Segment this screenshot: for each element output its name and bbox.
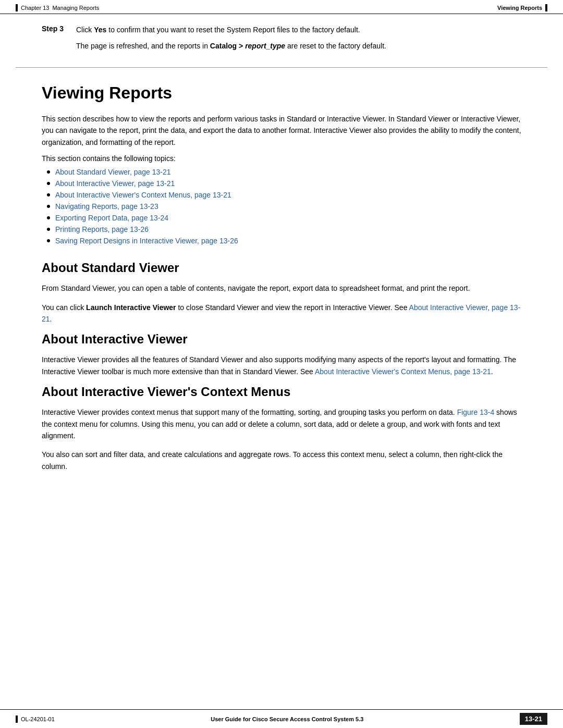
bullet-dot: [47, 239, 50, 242]
footer-page-number: 13-21: [520, 713, 547, 725]
bullet-dot: [47, 170, 50, 174]
context-menus-para2: You also can sort and filter data, and c…: [42, 449, 521, 472]
list-item: Saving Report Designs in Interactive Vie…: [47, 237, 521, 245]
header-section-title: Viewing Reports: [497, 5, 542, 11]
bullet-dot: [47, 193, 50, 196]
figure-13-4-link[interactable]: Figure 13-4: [457, 408, 495, 416]
about-context-menus-title: About Interactive Viewer's Context Menus: [42, 385, 521, 399]
context-menus-link-1[interactable]: About Interactive Viewer's Context Menus…: [315, 367, 491, 376]
bullet-dot: [47, 228, 50, 231]
header-bar-left-icon: [16, 4, 18, 11]
footer-left: OL-24201-01: [16, 715, 55, 723]
step-content: Click Yes to confirm that you want to re…: [76, 24, 360, 35]
about-interactive-viewer-title: About Interactive Viewer: [42, 332, 521, 347]
topic-link-1[interactable]: About Standard Viewer, page 13-21: [55, 168, 171, 176]
topics-list: About Standard Viewer, page 13-21 About …: [42, 168, 521, 245]
topic-link-6[interactable]: Printing Reports, page 13-26: [55, 225, 149, 233]
standard-viewer-para2: You can click Launch Interactive Viewer …: [42, 302, 521, 325]
header-left: Chapter 13 Managing Reports: [16, 4, 99, 11]
bullet-dot: [47, 182, 50, 185]
footer-bar-icon: [16, 715, 18, 723]
topic-link-3[interactable]: About Interactive Viewer's Context Menus…: [55, 191, 231, 199]
chapter-label: Chapter 13: [21, 5, 49, 11]
list-item: Navigating Reports, page 13-23: [47, 202, 521, 211]
footer-guide-title: User Guide for Cisco Secure Access Contr…: [211, 716, 363, 722]
standard-viewer-para1: From Standard Viewer, you can open a tab…: [42, 282, 521, 294]
bullet-dot: [47, 216, 50, 219]
step-followup: The page is refreshed, and the reports i…: [76, 41, 521, 52]
bullet-dot: [47, 205, 50, 208]
context-menus-para1: Interactive Viewer provides context menu…: [42, 406, 521, 441]
viewing-reports-intro: This section describes how to view the r…: [42, 113, 521, 148]
list-item: Printing Reports, page 13-26: [47, 225, 521, 233]
header-right: Viewing Reports: [497, 4, 547, 11]
topic-link-2[interactable]: About Interactive Viewer, page 13-21: [55, 179, 175, 188]
main-content: Viewing Reports This section describes h…: [0, 83, 563, 472]
step-label: Step 3: [42, 24, 68, 35]
topic-link-5[interactable]: Exporting Report Data, page 13-24: [55, 214, 168, 222]
list-item: About Interactive Viewer's Context Menus…: [47, 191, 521, 199]
section-divider: [16, 67, 547, 68]
list-item: About Standard Viewer, page 13-21: [47, 168, 521, 176]
list-item: Exporting Report Data, page 13-24: [47, 214, 521, 222]
chapter-title: Managing Reports: [52, 5, 99, 11]
topic-link-7[interactable]: Saving Report Designs in Interactive Vie…: [55, 237, 238, 245]
list-item: About Interactive Viewer, page 13-21: [47, 179, 521, 188]
interactive-viewer-para1: Interactive Viewer provides all the feat…: [42, 354, 521, 377]
header-bar-right-icon: [545, 4, 547, 11]
viewing-reports-title: Viewing Reports: [42, 83, 521, 103]
step-section: Step 3 Click Yes to confirm that you wan…: [0, 14, 563, 62]
step-row: Step 3 Click Yes to confirm that you wan…: [42, 24, 521, 35]
topic-link-4[interactable]: Navigating Reports, page 13-23: [55, 202, 158, 211]
page-footer: OL-24201-01 User Guide for Cisco Secure …: [0, 709, 563, 728]
footer-doc-number: OL-24201-01: [21, 716, 55, 722]
topics-intro: This section contains the following topi…: [42, 154, 521, 163]
about-standard-viewer-title: About Standard Viewer: [42, 261, 521, 275]
page-header: Chapter 13 Managing Reports Viewing Repo…: [0, 0, 563, 14]
